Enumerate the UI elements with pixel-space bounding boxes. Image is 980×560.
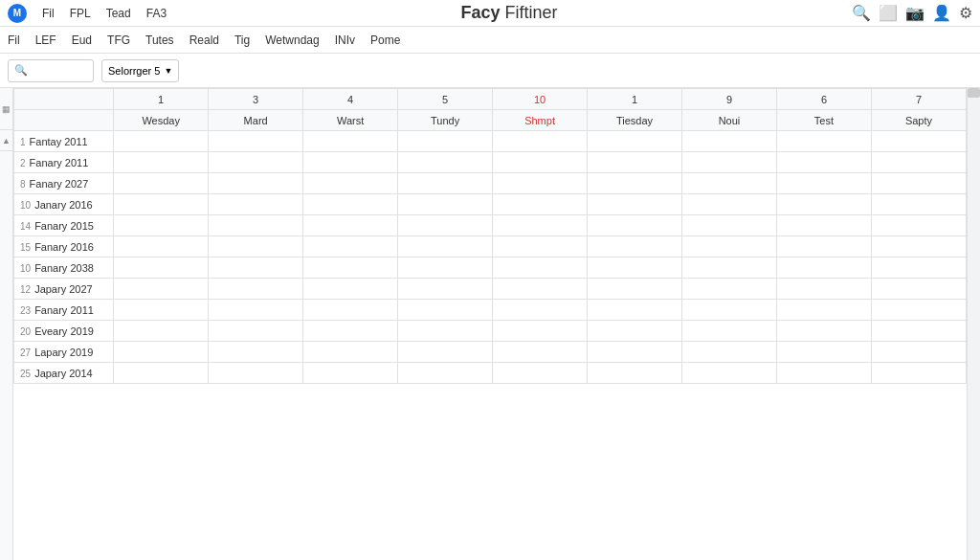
data-cell[interactable] xyxy=(682,258,777,279)
menu-lef[interactable]: LEF xyxy=(35,34,56,47)
data-cell[interactable] xyxy=(871,131,966,152)
data-cell[interactable] xyxy=(209,194,303,215)
row-label-cell[interactable]: 1Fantay 2011 xyxy=(14,131,114,152)
data-cell[interactable] xyxy=(588,173,682,194)
data-cell[interactable] xyxy=(871,173,966,194)
data-cell[interactable] xyxy=(871,258,966,279)
data-cell[interactable] xyxy=(588,194,682,215)
data-cell[interactable] xyxy=(871,236,966,258)
row-arrow-up[interactable]: ▲ xyxy=(0,130,12,151)
data-cell[interactable] xyxy=(776,152,871,173)
row-label-cell[interactable]: 14Fanary 2015 xyxy=(14,215,114,236)
data-cell[interactable] xyxy=(871,194,966,215)
data-cell[interactable] xyxy=(398,258,493,279)
menu-tutes[interactable]: Tutes xyxy=(145,34,174,47)
data-cell[interactable] xyxy=(871,300,966,321)
data-cell[interactable] xyxy=(588,321,682,342)
data-cell[interactable] xyxy=(776,258,871,279)
row-label-cell[interactable]: 10Fanary 2038 xyxy=(14,258,114,279)
data-cell[interactable] xyxy=(871,363,966,384)
data-cell[interactable] xyxy=(398,321,493,342)
data-cell[interactable] xyxy=(114,236,209,258)
data-cell[interactable] xyxy=(209,215,303,236)
data-cell[interactable] xyxy=(209,321,303,342)
data-cell[interactable] xyxy=(398,131,493,152)
data-cell[interactable] xyxy=(303,194,398,215)
data-cell[interactable] xyxy=(682,300,777,321)
data-cell[interactable] xyxy=(682,215,777,236)
data-cell[interactable] xyxy=(303,342,398,363)
data-cell[interactable] xyxy=(398,173,493,194)
data-cell[interactable] xyxy=(398,300,493,321)
data-cell[interactable] xyxy=(588,300,682,321)
data-cell[interactable] xyxy=(588,279,682,300)
data-cell[interactable] xyxy=(493,215,588,236)
account-icon[interactable]: 👤 xyxy=(932,4,951,22)
data-cell[interactable] xyxy=(682,131,777,152)
data-cell[interactable] xyxy=(398,152,493,173)
data-cell[interactable] xyxy=(209,173,303,194)
data-cell[interactable] xyxy=(588,363,682,384)
menu-eud[interactable]: Eud xyxy=(72,34,92,47)
row-label-cell[interactable]: 25Japary 2014 xyxy=(14,363,114,384)
data-cell[interactable] xyxy=(398,194,493,215)
data-cell[interactable] xyxy=(588,342,682,363)
camera-icon[interactable]: 📷 xyxy=(905,4,924,22)
data-cell[interactable] xyxy=(871,321,966,342)
data-cell[interactable] xyxy=(303,258,398,279)
sheet-main[interactable]: 1 3 4 5 10 1 xyxy=(13,88,967,560)
data-cell[interactable] xyxy=(776,321,871,342)
row-label-cell[interactable]: 8Fanary 2027 xyxy=(14,173,114,194)
data-cell[interactable] xyxy=(493,321,588,342)
data-cell[interactable] xyxy=(776,363,871,384)
data-cell[interactable] xyxy=(776,194,871,215)
menu-fa3[interactable]: FA3 xyxy=(146,7,167,20)
data-cell[interactable] xyxy=(209,300,303,321)
menu-wetwndag[interactable]: Wetwndag xyxy=(265,34,319,47)
menu-tfg[interactable]: TFG xyxy=(107,34,130,47)
data-cell[interactable] xyxy=(776,215,871,236)
data-cell[interactable] xyxy=(493,342,588,363)
selorrger-dropdown[interactable]: Selorrger 5 ▼ xyxy=(101,59,179,82)
data-cell[interactable] xyxy=(493,300,588,321)
data-cell[interactable] xyxy=(398,279,493,300)
data-cell[interactable] xyxy=(114,194,209,215)
data-cell[interactable] xyxy=(588,215,682,236)
data-cell[interactable] xyxy=(114,279,209,300)
data-cell[interactable] xyxy=(493,236,588,258)
search-box[interactable]: 🔍 xyxy=(8,59,94,82)
data-cell[interactable] xyxy=(588,236,682,258)
data-cell[interactable] xyxy=(493,173,588,194)
data-cell[interactable] xyxy=(398,215,493,236)
data-cell[interactable] xyxy=(114,321,209,342)
search-icon[interactable]: 🔍 xyxy=(852,4,871,22)
data-cell[interactable] xyxy=(776,173,871,194)
data-cell[interactable] xyxy=(682,173,777,194)
data-cell[interactable] xyxy=(209,131,303,152)
data-cell[interactable] xyxy=(114,300,209,321)
data-cell[interactable] xyxy=(303,131,398,152)
data-cell[interactable] xyxy=(303,300,398,321)
row-label-cell[interactable]: 23Fanary 2011 xyxy=(14,300,114,321)
menu-fil2[interactable]: Fil xyxy=(8,34,20,47)
data-cell[interactable] xyxy=(493,363,588,384)
data-cell[interactable] xyxy=(871,342,966,363)
data-cell[interactable] xyxy=(209,363,303,384)
row-label-cell[interactable]: 15Fanary 2016 xyxy=(14,236,114,258)
menu-pome[interactable]: Pome xyxy=(370,34,400,47)
row-label-cell[interactable]: 27Lapary 2019 xyxy=(14,342,114,363)
data-cell[interactable] xyxy=(493,194,588,215)
data-cell[interactable] xyxy=(776,236,871,258)
data-cell[interactable] xyxy=(493,152,588,173)
data-cell[interactable] xyxy=(114,131,209,152)
data-cell[interactable] xyxy=(682,321,777,342)
data-cell[interactable] xyxy=(871,215,966,236)
data-cell[interactable] xyxy=(209,236,303,258)
data-cell[interactable] xyxy=(682,152,777,173)
menu-fpl[interactable]: FPL xyxy=(70,7,91,20)
data-cell[interactable] xyxy=(303,173,398,194)
data-cell[interactable] xyxy=(682,363,777,384)
data-cell[interactable] xyxy=(682,194,777,215)
data-cell[interactable] xyxy=(114,215,209,236)
row-label-cell[interactable]: 10Janary 2016 xyxy=(14,194,114,215)
